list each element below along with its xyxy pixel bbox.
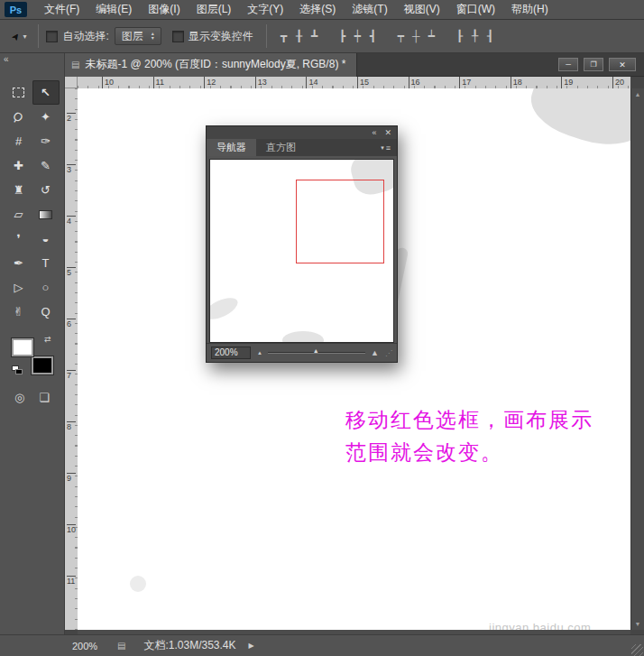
status-menu-arrow-icon[interactable]: ▶	[249, 642, 254, 650]
navigator-zoom-slider[interactable]: ▲ ▲ ▲	[257, 348, 379, 357]
menu-item[interactable]: 文字(Y)	[239, 0, 291, 19]
tool-icon: ✎	[41, 159, 51, 172]
align-horizontal-centers[interactable]: ┿	[350, 27, 365, 45]
default-colors-icon[interactable]	[12, 365, 23, 374]
tool-preset-picker[interactable]: ➤ ▾	[7, 32, 31, 42]
slider-track[interactable]: ▲	[268, 352, 365, 354]
eraser-tool[interactable]: ▱	[5, 202, 32, 226]
rectangular-marquee-tool[interactable]	[5, 80, 32, 105]
path-selection-tool[interactable]: ▷	[5, 275, 32, 300]
panel-resize-grip[interactable]: ⋰	[385, 349, 392, 357]
window-resize-grip[interactable]	[631, 644, 643, 656]
crop-tool[interactable]: #	[5, 129, 32, 153]
panel-menu-icon[interactable]: ▾≡	[381, 139, 397, 156]
menu-item[interactable]: 文件(F)	[36, 0, 87, 19]
zoom-tool[interactable]: Q	[32, 300, 60, 324]
menu-item[interactable]: 视图(V)	[396, 0, 448, 19]
clone-stamp-tool[interactable]: ♜	[5, 178, 32, 202]
document-size-info: 文档:1.03M/353.4K	[143, 638, 235, 653]
navigator-zoom-field[interactable]: 200%	[211, 346, 251, 359]
eyedropper-tool[interactable]: ✑	[32, 129, 60, 153]
dodge-tool[interactable]: ◒	[32, 226, 60, 251]
healing-brush-tool[interactable]: ✚	[5, 153, 32, 178]
tab-histogram[interactable]: 直方图	[256, 139, 306, 156]
canvas[interactable]: « ✕ 导航器 直方图 ▾≡ 200%	[78, 88, 630, 630]
screen-mode-button[interactable]: ❏	[39, 391, 50, 404]
watermark-text: jingyan.baidu.com	[489, 621, 591, 630]
pen-tool[interactable]: ✒	[5, 251, 32, 275]
distribute-top-edges[interactable]: ┯	[393, 27, 409, 45]
vertical-scrollbar[interactable]: ▲ ▼	[630, 88, 644, 630]
lasso-tool[interactable]: Ϙ	[5, 105, 32, 129]
align-top-edges[interactable]: ┳	[276, 27, 291, 45]
swap-colors-icon[interactable]: ⇄	[44, 335, 51, 344]
tool-icon: ✦	[41, 110, 51, 124]
ruler-mark: 2	[67, 113, 76, 164]
background-color-swatch[interactable]	[32, 356, 53, 374]
close-panel-icon[interactable]: ✕	[384, 126, 391, 139]
menu-item[interactable]: 滤镜(T)	[344, 0, 395, 19]
close-button[interactable]: ✕	[609, 58, 636, 71]
quick-mask-button[interactable]: ◎	[14, 391, 24, 404]
watermark-shape	[523, 88, 630, 157]
menu-item[interactable]: 帮助(H)	[503, 0, 557, 19]
menu-item[interactable]: 图像(I)	[140, 0, 188, 19]
foreground-color-swatch[interactable]	[12, 338, 33, 356]
align-vertical-centers[interactable]: ╂	[291, 27, 307, 45]
ruler-mark: 8	[67, 421, 76, 473]
move-tool[interactable]: ↖	[32, 80, 60, 105]
photoshop-window: Ps 文件(F)编辑(E)图像(I)图层(L)文字(Y)选择(S)滤镜(T)视图…	[0, 0, 644, 656]
collapse-panel-icon[interactable]: «	[372, 126, 376, 139]
auto-select-target-dropdown[interactable]: 图层 ▴▾	[115, 27, 161, 45]
distribute-horizontal-centers[interactable]: ╀	[467, 27, 483, 45]
tab-navigator[interactable]: 导航器	[207, 139, 256, 156]
slider-thumb[interactable]: ▲	[313, 347, 319, 354]
hand-tool[interactable]: ✌	[5, 300, 32, 324]
tool-icon: ❜	[16, 232, 20, 245]
align-bottom-edges[interactable]: ┻	[307, 27, 322, 45]
menu-bar: Ps 文件(F)编辑(E)图像(I)图层(L)文字(Y)选择(S)滤镜(T)视图…	[0, 0, 644, 20]
scroll-down-icon[interactable]: ▼	[635, 621, 641, 627]
blur-tool[interactable]: ❜	[5, 226, 32, 251]
distribute-vertical-centers[interactable]: ┼	[409, 27, 424, 45]
photoshop-logo: Ps	[5, 2, 27, 17]
ruler-mark: 19	[561, 77, 612, 88]
history-brush-tool[interactable]: ↺	[32, 178, 60, 202]
gradient-tool[interactable]	[32, 202, 60, 226]
tool-icon: ↖	[41, 86, 51, 99]
tool-icon: ◒	[42, 232, 50, 245]
collapse-panel-icon[interactable]: «	[0, 53, 64, 66]
restore-button[interactable]: ❐	[584, 58, 603, 71]
tool-icon: ✚	[14, 159, 23, 172]
move-tool-icon: ➤	[9, 30, 22, 42]
type-tool[interactable]: T	[32, 251, 60, 275]
tool-icon: ✌	[14, 305, 23, 319]
menu-item[interactable]: 图层(L)	[189, 0, 240, 19]
minimize-button[interactable]: ─	[558, 58, 578, 71]
align-left-edges[interactable]: ┣	[335, 27, 350, 45]
menu-item[interactable]: 编辑(E)	[87, 0, 140, 19]
navigator-preview[interactable]	[209, 159, 394, 343]
menu-item[interactable]: 窗口(W)	[448, 0, 503, 19]
distribute-right-edges[interactable]: ┨	[483, 27, 498, 45]
zoom-out-icon[interactable]: ▲	[257, 350, 262, 356]
document-tab[interactable]: ▤ 未标题-1 @ 200% (百度ID：sunnyMelody夏, RGB/8…	[65, 53, 357, 77]
ellipse-tool[interactable]: ○	[32, 275, 60, 300]
zoom-in-icon[interactable]: ▲	[371, 348, 379, 357]
auto-select-checkbox[interactable]	[46, 31, 58, 42]
document-title: 未标题-1 @ 200% (百度ID：sunnyMelody夏, RGB/8) …	[85, 57, 345, 72]
menu-item[interactable]: 选择(S)	[291, 0, 344, 19]
ruler-mark: 3	[67, 164, 76, 216]
ruler-mark: 20	[612, 77, 630, 88]
scroll-up-icon[interactable]: ▲	[635, 91, 641, 97]
annotation-text-line1: 移动红色选框，画布展示	[345, 406, 593, 434]
distribute-left-edges[interactable]: ┠	[452, 27, 467, 45]
status-zoom-field[interactable]: 200%	[72, 641, 108, 651]
magic-wand-tool[interactable]: ✦	[32, 105, 60, 129]
brush-tool[interactable]: ✎	[32, 153, 60, 178]
navigator-view-box[interactable]	[296, 180, 383, 263]
show-transform-controls-checkbox[interactable]	[172, 31, 184, 42]
distribute-bottom-edges[interactable]: ┷	[424, 27, 439, 45]
align-right-edges[interactable]: ┫	[365, 27, 381, 45]
ruler-mark: 11	[153, 77, 205, 88]
